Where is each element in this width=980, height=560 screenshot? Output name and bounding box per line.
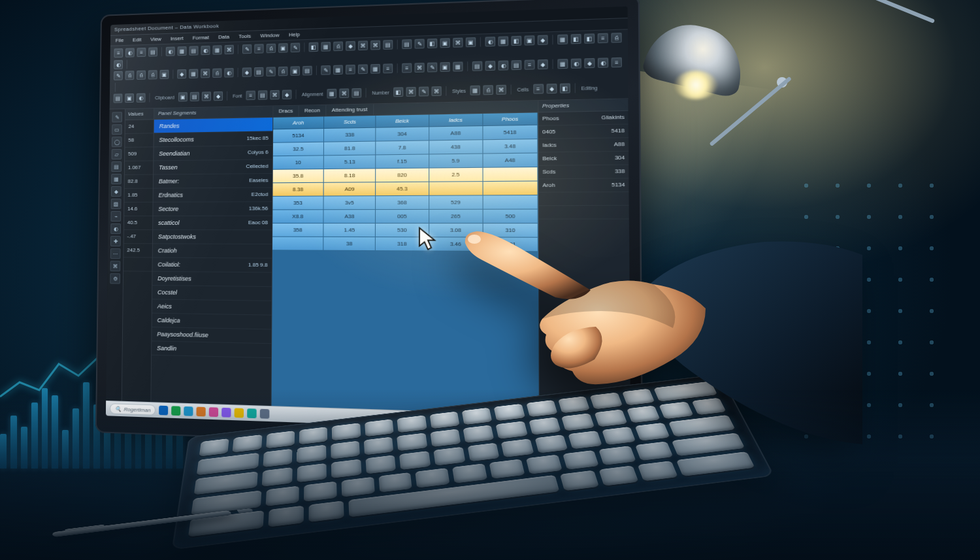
grid-row[interactable]: 35.88.188202.5 <box>273 167 538 183</box>
ribbon-button[interactable]: ◧ <box>571 34 581 44</box>
ribbon-button[interactable]: ▦ <box>557 35 568 44</box>
ribbon-button[interactable]: ✎ <box>415 39 425 48</box>
ribbon-button[interactable]: ◧ <box>427 39 437 48</box>
grid-cell[interactable]: 3.48 <box>483 139 538 154</box>
ribbon-button[interactable]: ◆ <box>242 67 252 77</box>
ribbon-button[interactable]: ◐ <box>571 58 581 68</box>
grid-cell[interactable]: A48 <box>483 154 538 168</box>
ribbon-button[interactable]: ✎ <box>321 65 331 75</box>
ribbon-button[interactable]: ▦ <box>498 36 508 46</box>
grid-cell[interactable] <box>429 182 483 196</box>
spreadsheet-grid[interactable]: DracsReconAttending trust ArohScdsBeickI… <box>271 101 539 434</box>
category-row[interactable]: Coilatiol:1.85 9.8 <box>152 258 271 273</box>
grid-cell[interactable]: 8.38 <box>273 183 324 197</box>
grid-cell[interactable] <box>483 195 538 210</box>
tool-icon[interactable]: ▦ <box>111 174 122 184</box>
taskbar-app-icon[interactable] <box>248 408 257 418</box>
ribbon-button[interactable]: ◐ <box>201 46 210 55</box>
grid-cell[interactable]: 35.8 <box>273 169 324 183</box>
tool-icon[interactable]: ⋯ <box>110 248 121 259</box>
ribbon-button[interactable]: ▣ <box>466 37 476 47</box>
ribbon-button[interactable]: ▦ <box>327 89 337 99</box>
grid-cell[interactable]: X8.8 <box>272 210 323 223</box>
grid-cell[interactable]: 368 <box>376 196 429 210</box>
ribbon-button[interactable]: ▣ <box>440 62 450 72</box>
menu-item[interactable]: Help <box>289 29 300 40</box>
grid-cell[interactable]: 81.8 <box>324 142 376 156</box>
taskbar-app-icon[interactable] <box>197 407 206 417</box>
ribbon-button[interactable]: ◐ <box>137 93 146 103</box>
ribbon-button[interactable]: ▦ <box>470 86 480 95</box>
ribbon-button[interactable]: ⌘ <box>270 90 279 100</box>
grid-row[interactable]: X8.8A38005265500 <box>272 210 538 224</box>
category-row[interactable]: Cratioh <box>153 244 272 258</box>
ribbon-button[interactable]: ▤ <box>402 39 412 49</box>
grid-cell[interactable]: 500 <box>483 210 538 224</box>
grid-cell[interactable]: A38 <box>324 210 376 223</box>
ribbon-button[interactable]: ▦ <box>212 45 221 55</box>
ribbon-button[interactable]: ▦ <box>189 69 198 78</box>
category-row[interactable]: TassenCellected <box>154 159 272 174</box>
ribbon-button[interactable]: ◐ <box>485 37 496 46</box>
menu-item[interactable]: Format <box>193 33 209 43</box>
grid-cell[interactable]: 310 <box>483 223 538 238</box>
ribbon-button[interactable]: ◆ <box>546 84 557 93</box>
ribbon-button[interactable]: ⎙ <box>483 85 493 95</box>
ribbon-button[interactable]: ✎ <box>419 86 429 96</box>
column-header[interactable]: Iadcs <box>429 114 483 127</box>
grid-cell[interactable]: 5.01 <box>483 238 538 252</box>
grid-cell[interactable]: 3.46 <box>429 237 483 252</box>
ribbon-button[interactable]: ◆ <box>177 69 186 78</box>
ribbon-button[interactable]: ≡ <box>383 63 393 73</box>
ribbon-button[interactable]: ◆ <box>214 91 223 101</box>
ribbon-button[interactable]: ◆ <box>584 58 595 68</box>
ribbon-button[interactable]: ⌘ <box>201 69 210 78</box>
category-row[interactable]: Sandlin <box>152 341 271 358</box>
grid-cell[interactable]: 438 <box>429 140 483 154</box>
grid-cell[interactable]: 1.45 <box>324 223 376 237</box>
tool-icon[interactable]: ⌘ <box>110 261 121 271</box>
ribbon-button[interactable]: ≡ <box>254 44 263 54</box>
ribbon-button[interactable]: ⌘ <box>415 63 425 73</box>
tool-icon[interactable]: ◯ <box>112 137 122 147</box>
ribbon-button[interactable]: ▤ <box>189 46 198 55</box>
ribbon-button[interactable]: ◧ <box>584 33 595 44</box>
ribbon-button[interactable]: ▣ <box>278 43 288 53</box>
grid-cell[interactable]: 820 <box>376 169 429 183</box>
grid-tab[interactable]: Attending trust <box>326 104 374 116</box>
category-row[interactable]: ErdnaticsE2ctod <box>154 188 272 203</box>
ribbon-button[interactable]: ⎙ <box>212 69 221 78</box>
ribbon-button[interactable]: ≡ <box>533 84 544 93</box>
grid-cell[interactable]: 5.9 <box>429 154 483 169</box>
ribbon-button[interactable]: ⎙ <box>267 44 276 54</box>
ribbon-button[interactable]: ◐ <box>498 61 509 71</box>
ribbon-button[interactable]: ⎙ <box>148 70 157 79</box>
menu-item[interactable]: File <box>116 35 124 45</box>
grid-cell[interactable]: 5134 <box>273 129 324 143</box>
ribbon-button[interactable]: ▣ <box>159 70 169 79</box>
ribbon-button[interactable]: ≡ <box>612 58 622 68</box>
ribbon-button[interactable]: ≡ <box>346 65 355 74</box>
tool-icon[interactable]: ▧ <box>111 199 122 209</box>
ribbon-button[interactable]: ◐ <box>166 46 175 56</box>
ribbon-button[interactable]: ▤ <box>302 66 312 76</box>
column-header[interactable]: Scds <box>324 116 376 129</box>
ribbon-button[interactable]: ▤ <box>351 88 361 98</box>
ribbon-button[interactable]: ⌘ <box>202 91 211 101</box>
ribbon-button[interactable]: ◆ <box>538 35 548 45</box>
taskbar-app-icon[interactable] <box>260 409 270 419</box>
grid-cell[interactable]: 529 <box>429 195 483 210</box>
grid-cell[interactable]: 358 <box>272 223 324 237</box>
ribbon-button[interactable]: ◆ <box>346 41 355 51</box>
tool-icon[interactable]: ⌁ <box>110 211 121 222</box>
grid-cell[interactable]: 32.5 <box>273 142 324 157</box>
ribbon-button[interactable]: ✎ <box>358 64 368 74</box>
grid-tab[interactable]: Recon <box>299 105 326 116</box>
taskbar-search[interactable]: 🔍 Rogertiman <box>110 403 156 416</box>
tool-icon[interactable]: ✚ <box>110 236 121 246</box>
column-header[interactable]: Beick <box>376 114 429 127</box>
ribbon-button[interactable]: ▣ <box>178 92 188 101</box>
ribbon-button[interactable]: ◆ <box>538 59 548 69</box>
tool-icon[interactable]: ◆ <box>111 186 122 197</box>
ribbon-button[interactable]: ≡ <box>137 48 146 57</box>
